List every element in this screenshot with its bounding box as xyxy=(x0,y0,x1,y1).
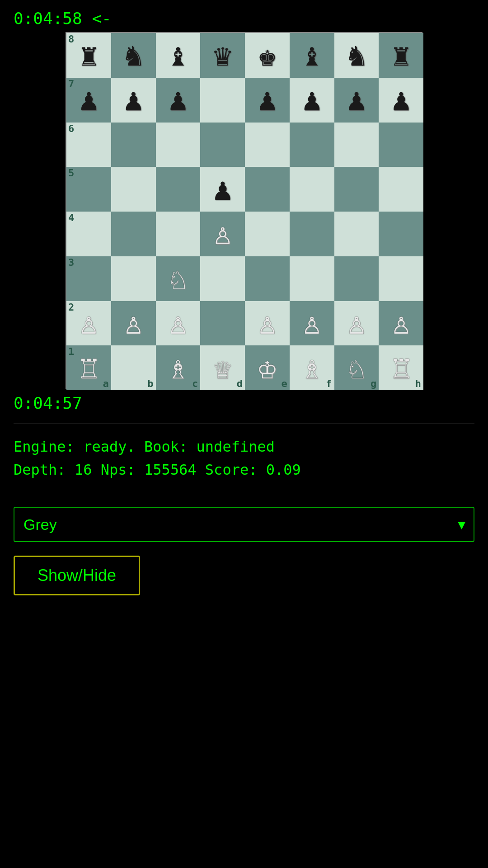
chess-cell-h8[interactable]: ♜ xyxy=(379,33,423,78)
chess-cell-h6[interactable] xyxy=(379,123,423,167)
chess-cell-b7[interactable]: ♟ xyxy=(111,78,156,123)
chess-cell-h1[interactable]: h♖ xyxy=(379,345,423,390)
chess-cell-d7[interactable] xyxy=(200,78,245,123)
chess-cell-f4[interactable] xyxy=(290,212,334,256)
black-N-b8: ♞ xyxy=(124,40,143,71)
chess-cell-b1[interactable]: b xyxy=(111,345,156,390)
black-R-h8: ♜ xyxy=(392,40,410,71)
chess-cell-c3[interactable]: ♘ xyxy=(156,256,201,301)
chess-cell-f1[interactable]: f♗ xyxy=(290,345,334,390)
black-P-c7: ♟ xyxy=(169,85,187,115)
chess-cell-b6[interactable] xyxy=(111,123,156,167)
chess-cell-b2[interactable]: ♙ xyxy=(111,301,156,346)
black-P-b7: ♟ xyxy=(124,85,143,115)
black-R-a8: ♜ xyxy=(80,40,98,71)
chess-cell-c1[interactable]: c♗ xyxy=(156,345,201,390)
theme-select-wrapper: Grey ▼ xyxy=(14,507,474,542)
chess-cell-b8[interactable]: ♞ xyxy=(111,33,156,78)
chess-cell-c4[interactable] xyxy=(156,212,201,256)
engine-line2: Depth: 16 Nps: 155564 Score: 0.09 xyxy=(14,458,474,481)
chess-cell-c5[interactable] xyxy=(156,167,201,212)
black-K-e8: ♚ xyxy=(258,40,277,71)
chess-cell-g8[interactable]: ♞ xyxy=(334,33,379,78)
chess-cell-d3[interactable] xyxy=(200,256,245,301)
chess-cell-c2[interactable]: ♙ xyxy=(156,301,201,346)
chess-cell-e4[interactable] xyxy=(245,212,290,256)
white-Q-d1: ♕ xyxy=(213,353,232,383)
chess-cell-e6[interactable] xyxy=(245,123,290,167)
chess-cell-g7[interactable]: ♟ xyxy=(334,78,379,123)
chess-cell-f3[interactable] xyxy=(290,256,334,301)
chess-cell-f6[interactable] xyxy=(290,123,334,167)
chess-cell-f5[interactable] xyxy=(290,167,334,212)
chess-cell-h3[interactable] xyxy=(379,256,423,301)
white-B-c1: ♗ xyxy=(169,353,187,383)
chess-cell-b4[interactable] xyxy=(111,212,156,256)
chess-cell-g5[interactable] xyxy=(334,167,379,212)
rank-label-6: 6 xyxy=(68,124,74,134)
file-label-h: h xyxy=(415,379,421,389)
chess-cell-a6[interactable]: 6 xyxy=(66,123,111,167)
chess-cell-a5[interactable]: 5 xyxy=(66,167,111,212)
chess-cell-h2[interactable]: ♙ xyxy=(379,301,423,346)
file-label-g: g xyxy=(371,379,376,389)
file-label-a: a xyxy=(103,379,109,389)
chess-cell-f8[interactable]: ♝ xyxy=(290,33,334,78)
chess-cell-b5[interactable] xyxy=(111,167,156,212)
chess-cell-h4[interactable] xyxy=(379,212,423,256)
chess-cell-e8[interactable]: ♚ xyxy=(245,33,290,78)
rank-label-8: 8 xyxy=(68,34,74,44)
chess-cell-a1[interactable]: 1a♖ xyxy=(66,345,111,390)
chess-cell-a8[interactable]: 8♜ xyxy=(66,33,111,78)
chess-cell-b3[interactable] xyxy=(111,256,156,301)
chess-cell-c7[interactable]: ♟ xyxy=(156,78,201,123)
chess-cell-d8[interactable]: ♛ xyxy=(200,33,245,78)
rank-label-2: 2 xyxy=(68,302,74,312)
chess-cell-g6[interactable] xyxy=(334,123,379,167)
chess-cell-d5[interactable]: ♟ xyxy=(200,167,245,212)
white-K-e1: ♔ xyxy=(258,353,277,383)
chess-cell-e3[interactable] xyxy=(245,256,290,301)
chess-cell-f7[interactable]: ♟ xyxy=(290,78,334,123)
chess-cell-c8[interactable]: ♝ xyxy=(156,33,201,78)
chess-cell-g4[interactable] xyxy=(334,212,379,256)
chess-cell-h7[interactable]: ♟ xyxy=(379,78,423,123)
chess-cell-f2[interactable]: ♙ xyxy=(290,301,334,346)
chess-board[interactable]: 8♜♞♝♛♚♝♞♜7♟♟♟♟♟♟♟65♟4♙3♘2♙♙♙♙♙♙♙1a♖bc♗d♕… xyxy=(66,32,422,389)
chess-cell-g1[interactable]: g♘ xyxy=(334,345,379,390)
white-P-f2: ♙ xyxy=(303,308,321,339)
chess-cell-e1[interactable]: e♔ xyxy=(245,345,290,390)
chess-cell-a3[interactable]: 3 xyxy=(66,256,111,301)
chess-cell-a4[interactable]: 4 xyxy=(66,212,111,256)
white-P-g2: ♙ xyxy=(347,308,366,339)
chess-cell-e5[interactable] xyxy=(245,167,290,212)
divider1 xyxy=(14,424,474,424)
chess-cell-a2[interactable]: 2♙ xyxy=(66,301,111,346)
chess-cell-g2[interactable]: ♙ xyxy=(334,301,379,346)
file-label-c: c xyxy=(192,379,198,389)
black-P-h7: ♟ xyxy=(392,85,410,115)
bottom-timer: 0:04:57 xyxy=(0,389,488,417)
rank-label-1: 1 xyxy=(68,347,74,357)
divider2 xyxy=(14,493,474,493)
white-P-e2: ♙ xyxy=(258,308,277,339)
chess-cell-a7[interactable]: 7♟ xyxy=(66,78,111,123)
file-label-b: b xyxy=(147,379,153,389)
theme-select-container: Grey ▼ xyxy=(14,507,474,542)
chess-cell-d1[interactable]: d♕ xyxy=(200,345,245,390)
show-hide-button[interactable]: Show/Hide xyxy=(14,556,140,595)
chess-cell-d6[interactable] xyxy=(200,123,245,167)
chess-cell-h5[interactable] xyxy=(379,167,423,212)
theme-select[interactable]: Grey xyxy=(14,507,474,542)
black-P-e7: ♟ xyxy=(258,85,277,115)
top-timer: 0:04:58 <- xyxy=(0,0,488,32)
black-B-c8: ♝ xyxy=(169,40,187,71)
white-R-a1: ♖ xyxy=(80,353,98,383)
chess-cell-e7[interactable]: ♟ xyxy=(245,78,290,123)
chess-cell-e2[interactable]: ♙ xyxy=(245,301,290,346)
chess-cell-g3[interactable] xyxy=(334,256,379,301)
chess-cell-c6[interactable] xyxy=(156,123,201,167)
chess-cell-d2[interactable] xyxy=(200,301,245,346)
white-N-g1: ♘ xyxy=(347,353,366,383)
chess-cell-d4[interactable]: ♙ xyxy=(200,212,245,256)
